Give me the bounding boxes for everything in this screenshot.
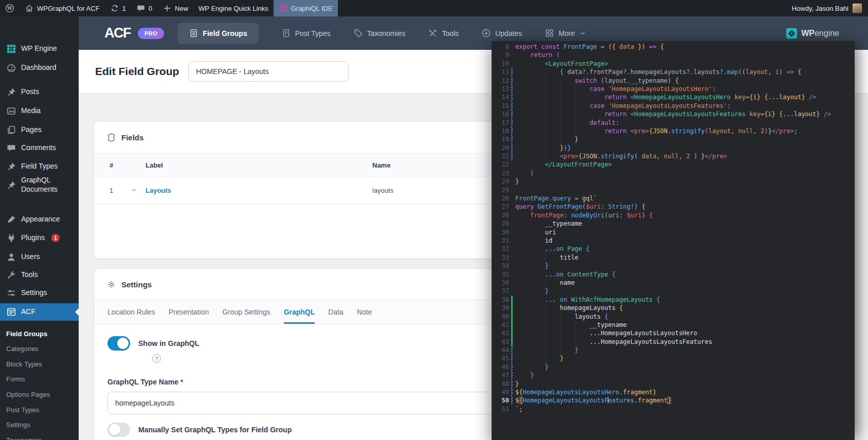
- avatar[interactable]: [853, 4, 862, 13]
- code-line[interactable]: 18 return <pre>{JSON.stringify(layout, n…: [492, 127, 855, 135]
- sidebar-item-media[interactable]: Media: [0, 102, 79, 120]
- code-line[interactable]: 16 return <HomepageLayoutsLayoutsFeature…: [492, 110, 855, 118]
- sidebar-item-comments[interactable]: Comments: [0, 139, 79, 157]
- diff-added-marker: [511, 313, 513, 321]
- tab-group-settings[interactable]: Group Settings: [222, 300, 270, 324]
- sidebar-subitem-field-groups[interactable]: Field Groups: [0, 326, 79, 341]
- code-line[interactable]: 30 uri: [492, 228, 855, 236]
- code-line[interactable]: 31 id: [492, 236, 855, 245]
- code-line[interactable]: 42 ...HomepageLayoutsLayoutsHero: [492, 329, 855, 337]
- sidebar-item-pages[interactable]: Pages: [0, 121, 79, 139]
- code-line[interactable]: 49${HomepageLayoutsLayoutsHero.fragment}: [492, 388, 855, 396]
- sidebar-subitem-categories[interactable]: Categories: [0, 341, 79, 356]
- tab-location-rules[interactable]: Location Rules: [107, 300, 155, 324]
- code-line[interactable]: 50${HomepageLayoutsLayoutsFeatures.fragm…: [492, 396, 855, 405]
- code-line[interactable]: 45 }: [492, 354, 855, 362]
- code-line[interactable]: 22 </LayoutFrontPage>: [492, 160, 855, 169]
- admin-bar-item-new[interactable]: New: [157, 0, 193, 16]
- tab-graphql[interactable]: GraphQL: [284, 300, 315, 324]
- code-line[interactable]: 27query GetFrontPage($uri: String!) {: [492, 203, 855, 211]
- field-group-title-input[interactable]: [188, 61, 349, 82]
- admin-bar-item-1[interactable]: 1: [105, 0, 131, 16]
- code-line[interactable]: 10 <LayoutFrontPage>: [492, 60, 855, 68]
- admin-bar-item-wp-engine-quick-links[interactable]: WP Engine Quick Links: [193, 0, 274, 16]
- sidebar-item-plugins[interactable]: Plugins1: [0, 229, 79, 247]
- acf-nav-field-groups[interactable]: Field Groups: [177, 23, 258, 44]
- code-line[interactable]: 21 <pre>{JSON.stringify( data, null, 2 )…: [492, 152, 855, 160]
- code-line[interactable]: 26FrontPage.query = gql`: [492, 194, 855, 203]
- sidebar-subitem-forms[interactable]: Forms: [0, 372, 79, 386]
- code-line[interactable]: 32 ...on Page {: [492, 245, 855, 253]
- code-line[interactable]: 12 switch (layout.__typename) {: [492, 77, 855, 85]
- admin-bar-item-wpgraphql-for-acf[interactable]: WPGraphQL for ACF: [20, 0, 105, 16]
- sidebar-item-acf[interactable]: ACF: [0, 303, 79, 321]
- graphql-type-name-input[interactable]: [107, 392, 499, 414]
- admin-bar-item-graphiql-ide[interactable]: GraphiQL IDE: [274, 0, 338, 16]
- scrollbar-track[interactable]: [494, 434, 853, 435]
- code-line[interactable]: 17 default:: [492, 119, 855, 127]
- expand-field-button[interactable]: [130, 186, 146, 195]
- line-number: 10: [492, 60, 509, 68]
- sidebar-subitem-post-types[interactable]: Post Types: [0, 402, 79, 417]
- code-line[interactable]: 36 name: [492, 279, 855, 287]
- show-in-graphql-toggle[interactable]: [107, 336, 130, 351]
- sidebar-item-graphql-documents[interactable]: GraphQL Documents: [0, 176, 79, 194]
- field-label-link[interactable]: Layouts: [146, 187, 372, 194]
- sidebar-subitem-taxonomies[interactable]: Taxonomies: [0, 433, 79, 440]
- sidebar-subitem-settings[interactable]: Settings: [0, 417, 79, 432]
- sidebar-subitem-block-types[interactable]: Block Types: [0, 357, 79, 371]
- admin-bar-item-wordpress-icon[interactable]: W: [0, 0, 20, 16]
- code-line[interactable]: 15 case 'HomepageLayoutsLayoutsFeatures'…: [492, 102, 855, 110]
- code-line[interactable]: 19 }: [492, 135, 855, 143]
- account-menu[interactable]: Howdy, Jason Bahl: [786, 0, 868, 16]
- code-line[interactable]: 29 __typename: [492, 219, 855, 228]
- sidebar-item-posts[interactable]: Posts: [0, 83, 79, 101]
- tab-note[interactable]: Note: [357, 300, 372, 324]
- code-line[interactable]: 51`;: [492, 405, 855, 413]
- code-line[interactable]: 11 { data?.frontPage?.homepageLayouts?.l…: [492, 68, 855, 76]
- acf-nav-updates[interactable]: Updates: [481, 28, 522, 38]
- sidebar-item-wp-engine[interactable]: WP Engine: [0, 40, 79, 58]
- admin-bar-item-0[interactable]: 0: [131, 0, 157, 16]
- acf-nav-more[interactable]: More: [545, 28, 587, 38]
- code-line[interactable]: 34 }: [492, 262, 855, 270]
- code-line[interactable]: 13 case 'HomepageLayoutsLayoutsHero':: [492, 85, 855, 93]
- code-line[interactable]: 8export const FrontPage = ({ data }) => …: [492, 43, 855, 51]
- tab-presentation[interactable]: Presentation: [169, 300, 209, 324]
- code-line[interactable]: 20 })}: [492, 144, 855, 152]
- diff-changed-marker: [511, 388, 513, 396]
- help-icon[interactable]: ?: [152, 354, 161, 363]
- code-editor[interactable]: 8export const FrontPage = ({ data }) => …: [492, 41, 855, 440]
- code-line[interactable]: 25: [492, 186, 855, 194]
- sidebar-item-tools[interactable]: Tools: [0, 266, 79, 284]
- acf-nav-tools[interactable]: Tools: [428, 28, 459, 38]
- code-line[interactable]: 39 homepageLayouts {: [492, 304, 855, 312]
- code-line[interactable]: 40 layouts {: [492, 313, 855, 321]
- tab-data[interactable]: Data: [328, 300, 343, 324]
- code-line[interactable]: 46 }: [492, 363, 855, 371]
- code-line[interactable]: 38 ... on WithAcfHomepageLayouts {: [492, 296, 855, 304]
- sidebar-item-settings[interactable]: Settings: [0, 284, 79, 302]
- sidebar-item-dashboard[interactable]: Dashboard: [0, 59, 79, 77]
- code-line[interactable]: 33 title: [492, 253, 855, 262]
- code-line[interactable]: 28 frontPage: nodeByUri(uri: $uri) {: [492, 211, 855, 219]
- code-line[interactable]: 43 ...HomepageLayoutsLayoutsFeatures: [492, 338, 855, 346]
- manual-types-toggle[interactable]: [107, 423, 130, 437]
- acf-nav-post-types[interactable]: Post Types: [281, 28, 331, 38]
- code-line[interactable]: 35 ...on ContentType {: [492, 270, 855, 279]
- code-line[interactable]: 24}: [492, 177, 855, 186]
- code-line[interactable]: 44 }: [492, 346, 855, 354]
- code-line[interactable]: 48}: [492, 380, 855, 388]
- code-line[interactable]: 14 return <HomepageLayoutsLayoutsHero ke…: [492, 93, 855, 101]
- code-line[interactable]: 47 }: [492, 371, 855, 379]
- code-line[interactable]: 9 return (: [492, 51, 855, 59]
- scrollbar-track[interactable]: [494, 426, 853, 427]
- code-line[interactable]: 37 }: [492, 287, 855, 295]
- code-line[interactable]: 41 __typename: [492, 321, 855, 329]
- acf-nav-taxonomies[interactable]: Taxonomies: [353, 28, 406, 38]
- code-line[interactable]: 23 ): [492, 169, 855, 177]
- sidebar-subitem-options-pages[interactable]: Options Pages: [0, 387, 79, 401]
- sidebar-item-users[interactable]: Users: [0, 248, 79, 266]
- sidebar-item-appearance[interactable]: Appearance: [0, 211, 79, 228]
- sidebar-item-field-types[interactable]: Field Types: [0, 158, 79, 175]
